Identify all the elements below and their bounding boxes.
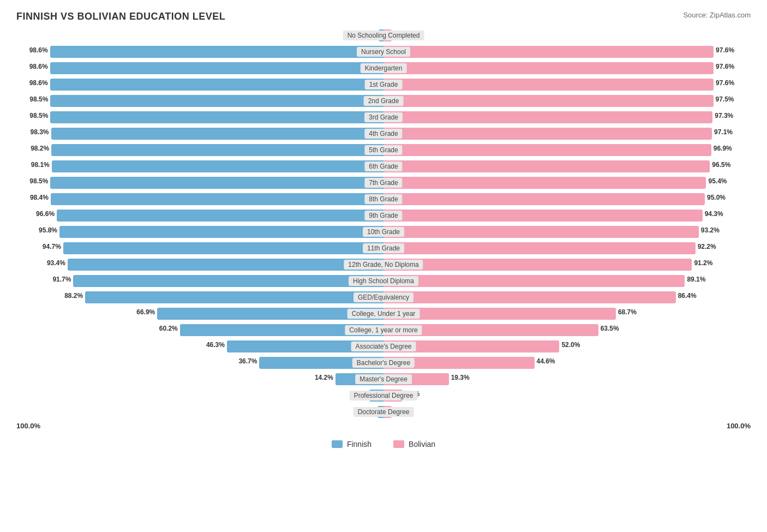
- education-label: 9th Grade: [364, 211, 402, 220]
- finnish-bar: [50, 79, 384, 91]
- left-value: 98.5%: [29, 177, 48, 185]
- education-label: Kindergarten: [361, 63, 407, 73]
- bolivian-bar: [384, 177, 706, 189]
- bar-pair: 98.6%97.6%Kindergarten: [16, 61, 751, 76]
- bar-row: 94.7%92.2%11th Grade: [16, 241, 751, 256]
- left-section: 98.6%: [16, 44, 384, 59]
- bolivian-label: Bolivian: [409, 440, 435, 449]
- finnish-bar: [50, 111, 384, 123]
- legend: Finnish Bolivian: [16, 440, 751, 449]
- education-label: 12th Grade, No Diploma: [344, 260, 423, 270]
- bolivian-bar: [384, 160, 710, 172]
- bar-row: 66.9%68.7%College, Under 1 year: [16, 306, 751, 321]
- finnish-bar: [68, 259, 384, 271]
- finnish-bar: [50, 62, 384, 74]
- education-label: GED/Equivalency: [353, 292, 414, 302]
- education-label: 8th Grade: [364, 194, 402, 204]
- bar-pair: 98.1%96.5%6th Grade: [16, 159, 751, 174]
- bolivian-bar: [384, 275, 685, 287]
- education-label: Bachelor's Degree: [352, 358, 415, 368]
- left-section: 93.4%: [16, 257, 384, 272]
- right-section: 97.6%: [384, 77, 751, 92]
- education-label: College, Under 1 year: [347, 309, 420, 319]
- right-section: 89.1%: [384, 273, 751, 289]
- bar-row: 4.2%5.6%Professional Degree: [16, 388, 751, 403]
- right-value: 19.3%: [451, 374, 470, 381]
- right-section: 97.6%: [384, 61, 751, 76]
- left-value: 60.2%: [159, 325, 178, 332]
- right-section: 44.6%: [384, 355, 751, 370]
- left-section: 98.5%: [16, 175, 384, 190]
- left-section: 98.3%: [16, 126, 384, 141]
- bar-pair: 98.6%97.6%1st Grade: [16, 77, 751, 92]
- finnish-bar: [51, 128, 384, 140]
- left-value: 36.7%: [238, 357, 257, 365]
- left-section: 66.9%: [16, 306, 384, 321]
- right-value: 97.6%: [716, 63, 734, 70]
- bar-row: 14.2%19.3%Master's Degree: [16, 372, 751, 387]
- education-label: 4th Grade: [364, 129, 402, 139]
- finnish-bar: [50, 46, 384, 58]
- right-value: 97.6%: [716, 79, 734, 87]
- right-section: 97.3%: [384, 110, 751, 125]
- bolivian-bar: [384, 144, 711, 156]
- education-label: Professional Degree: [350, 391, 418, 401]
- left-section: 98.5%: [16, 93, 384, 109]
- left-section: 98.5%: [16, 110, 384, 125]
- right-section: 95.4%: [384, 175, 751, 190]
- right-section: 95.0%: [384, 192, 751, 207]
- right-section: 2.4%: [384, 28, 751, 43]
- finnish-bar: [63, 242, 384, 254]
- bar-row: 98.6%97.6%1st Grade: [16, 77, 751, 92]
- education-label: 10th Grade: [363, 227, 404, 237]
- education-label: Doctorate Degree: [353, 407, 414, 417]
- bar-row: 98.4%95.0%8th Grade: [16, 192, 751, 207]
- bolivian-bar: [384, 46, 714, 58]
- bar-pair: 1.8%2.4%Doctorate Degree: [16, 404, 751, 420]
- left-value: 98.2%: [31, 145, 49, 152]
- bar-row: 60.2%63.5%College, 1 year or more: [16, 322, 751, 338]
- education-label: 2nd Grade: [364, 96, 404, 106]
- right-section: 68.7%: [384, 306, 751, 321]
- bar-row: 96.6%94.3%9th Grade: [16, 208, 751, 223]
- bolivian-bar: [384, 193, 705, 205]
- bar-row: 98.6%97.6%Kindergarten: [16, 61, 751, 76]
- left-section: 94.7%: [16, 241, 384, 256]
- bolivian-bar: [384, 111, 712, 123]
- left-value: 98.3%: [31, 128, 49, 136]
- education-label: Nursery School: [357, 47, 410, 57]
- right-value: 86.4%: [678, 292, 697, 300]
- right-section: 96.9%: [384, 142, 751, 158]
- left-section: 98.1%: [16, 159, 384, 174]
- education-label: 3rd Grade: [364, 112, 403, 122]
- footer-left: 100.0%: [16, 422, 40, 430]
- left-section: 14.2%: [16, 372, 384, 387]
- right-section: 96.5%: [384, 159, 751, 174]
- left-value: 96.6%: [36, 210, 55, 218]
- education-label: 5th Grade: [364, 145, 402, 155]
- bar-pair: 98.6%97.6%Nursery School: [16, 44, 751, 59]
- right-section: 19.3%: [384, 372, 751, 387]
- bar-pair: 36.7%44.6%Bachelor's Degree: [16, 355, 751, 370]
- right-value: 97.6%: [716, 46, 734, 54]
- bar-pair: 98.2%96.9%5th Grade: [16, 142, 751, 158]
- source-label: Source: ZipAtlas.com: [683, 11, 751, 19]
- left-value: 46.3%: [206, 341, 225, 349]
- right-section: 97.6%: [384, 44, 751, 59]
- right-value: 44.6%: [537, 357, 555, 365]
- education-label: Associate's Degree: [351, 342, 416, 351]
- left-value: 94.7%: [43, 243, 61, 250]
- right-value: 97.5%: [716, 95, 734, 103]
- right-section: 5.6%: [384, 388, 751, 403]
- finnish-color-box: [332, 440, 343, 448]
- right-section: 92.2%: [384, 241, 751, 256]
- education-label: College, 1 year or more: [345, 325, 422, 335]
- bolivian-bar: [384, 79, 714, 91]
- education-label: 11th Grade: [363, 243, 404, 253]
- left-section: 60.2%: [16, 322, 384, 338]
- finnish-bar: [57, 210, 384, 222]
- left-value: 14.2%: [315, 374, 333, 381]
- right-section: 2.4%: [384, 404, 751, 420]
- finnish-bar: [52, 160, 384, 172]
- left-section: 46.3%: [16, 339, 384, 354]
